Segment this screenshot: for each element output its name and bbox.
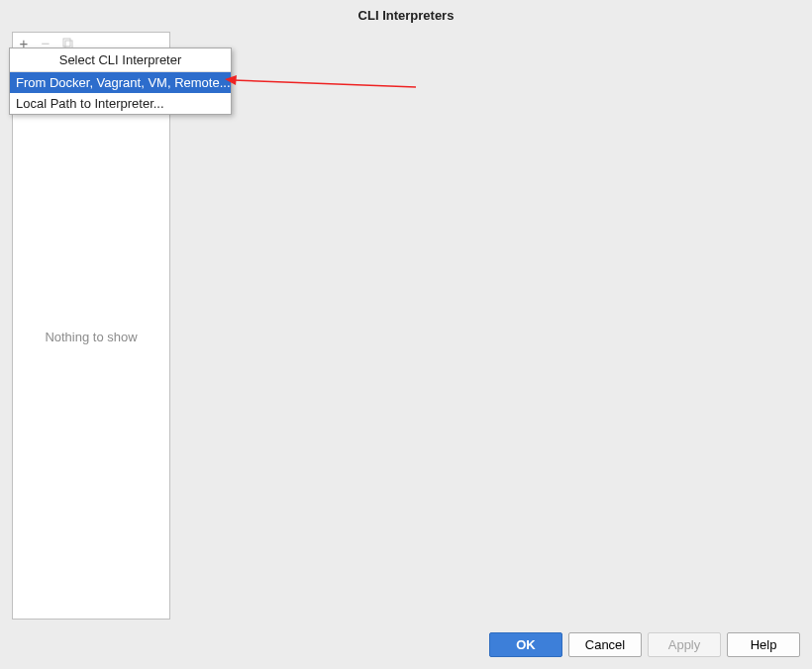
popup-item-remote[interactable]: From Docker, Vagrant, VM, Remote... <box>10 72 231 93</box>
popup-title: Select CLI Interpreter <box>10 48 231 72</box>
interpreters-list-panel: + − Nothing to show <box>12 32 170 620</box>
empty-list-label: Nothing to show <box>13 54 169 619</box>
dialog-buttons: OK Cancel Apply Help <box>489 632 800 657</box>
select-interpreter-popup: Select CLI Interpreter From Docker, Vagr… <box>9 48 232 115</box>
help-button[interactable]: Help <box>727 632 800 657</box>
apply-button: Apply <box>648 632 721 657</box>
main-area: + − Nothing to show <box>12 32 800 620</box>
popup-item-local[interactable]: Local Path to Interpreter... <box>10 93 231 114</box>
ok-button[interactable]: OK <box>489 632 562 657</box>
cancel-button[interactable]: Cancel <box>568 632 642 657</box>
svg-rect-0 <box>63 39 70 47</box>
window-title: CLI Interpreters <box>0 0 812 33</box>
details-panel <box>171 32 800 620</box>
